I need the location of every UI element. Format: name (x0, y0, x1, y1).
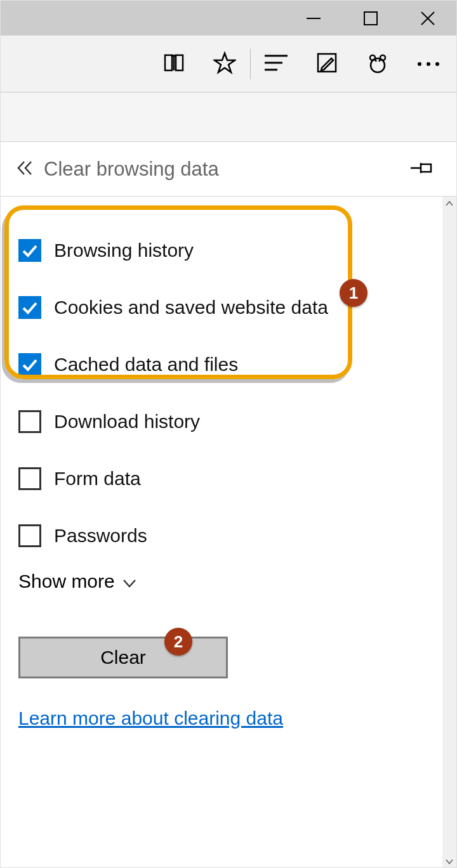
reading-view-button[interactable] (149, 36, 199, 93)
option-browsing-history[interactable]: Browsing history (18, 222, 439, 279)
pin-button[interactable] (403, 160, 441, 178)
scroll-down-arrow[interactable] (442, 855, 456, 868)
panel-content: Browsing history Cookies and saved websi… (1, 197, 456, 868)
share-button[interactable] (352, 36, 403, 93)
edit-icon (316, 52, 338, 76)
close-button[interactable] (399, 1, 456, 36)
svg-rect-1 (364, 12, 377, 25)
pin-icon (409, 160, 435, 178)
notes-button[interactable] (301, 36, 352, 93)
option-label: Download history (54, 411, 200, 432)
scrollbar[interactable] (442, 197, 456, 868)
checkbox-unchecked[interactable] (18, 524, 41, 547)
svg-point-14 (435, 62, 439, 66)
option-cached[interactable]: Cached data and files (18, 336, 439, 393)
svg-point-13 (427, 62, 430, 66)
list-icon (263, 53, 289, 75)
svg-point-12 (418, 62, 421, 66)
annotation-callout-1: 1 (340, 279, 368, 307)
panel-title: Clear browsing data (44, 158, 403, 181)
share-icon (366, 51, 389, 77)
more-button[interactable] (403, 36, 454, 93)
clear-button[interactable]: Clear (18, 637, 228, 678)
panel-header: Clear browsing data (1, 142, 456, 197)
show-more-toggle[interactable]: Show more (1, 564, 456, 599)
checkbox-checked[interactable] (18, 353, 41, 376)
option-cookies[interactable]: Cookies and saved website data (18, 279, 439, 336)
option-label: Cached data and files (54, 354, 238, 375)
show-more-label: Show more (18, 571, 115, 592)
svg-marker-4 (215, 53, 235, 72)
back-button[interactable] (16, 159, 44, 179)
option-label: Cookies and saved website data (54, 297, 328, 318)
option-label: Passwords (54, 525, 147, 547)
checkbox-checked[interactable] (18, 296, 41, 319)
option-form-data[interactable]: Form data (18, 450, 439, 507)
browser-toolbar (1, 36, 456, 93)
ellipsis-icon (416, 58, 441, 70)
option-label: Form data (54, 468, 141, 489)
annotation-callout-2: 2 (164, 628, 192, 656)
chevron-left-double-icon (16, 159, 34, 179)
scroll-up-arrow[interactable] (442, 197, 456, 211)
window-titlebar (1, 1, 456, 36)
favorites-button[interactable] (199, 36, 250, 93)
star-icon (213, 51, 236, 77)
book-icon (162, 51, 185, 77)
checkbox-unchecked[interactable] (18, 410, 41, 433)
maximize-button[interactable] (342, 1, 399, 36)
address-subbar (1, 93, 456, 142)
option-passwords[interactable]: Passwords (18, 507, 439, 564)
chevron-down-icon (123, 571, 136, 592)
clear-button-label: Clear (100, 647, 146, 668)
clear-data-options: Browsing history Cookies and saved websi… (1, 197, 456, 564)
edge-window: Clear browsing data Browsing history (0, 0, 457, 868)
option-download-history[interactable]: Download history (18, 393, 439, 450)
reading-list-button[interactable] (251, 36, 301, 93)
option-label: Browsing history (54, 240, 194, 261)
checkbox-checked[interactable] (18, 239, 41, 262)
learn-more-link[interactable]: Learn more about clearing data (18, 708, 283, 729)
checkbox-unchecked[interactable] (18, 467, 41, 490)
minimize-button[interactable] (285, 1, 342, 36)
